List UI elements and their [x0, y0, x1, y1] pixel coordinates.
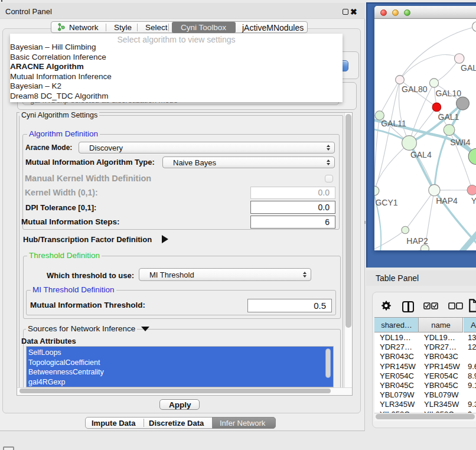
svg-text:GAL2: GAL2 [461, 63, 476, 73]
svg-text:GAL10: GAL10 [435, 89, 461, 98]
svg-text:HAP2: HAP2 [406, 236, 428, 246]
svg-text:HAP4: HAP4 [436, 196, 458, 206]
svg-text:SWI4: SWI4 [450, 138, 470, 147]
svg-text:GAL80: GAL80 [402, 84, 428, 94]
svg-text:GAL1: GAL1 [438, 112, 459, 122]
svg-text:YM: YM [471, 196, 476, 206]
svg-text:GCY1: GCY1 [375, 198, 397, 207]
svg-text:GAL11: GAL11 [381, 119, 406, 128]
svg-text:GAL4: GAL4 [410, 150, 432, 159]
